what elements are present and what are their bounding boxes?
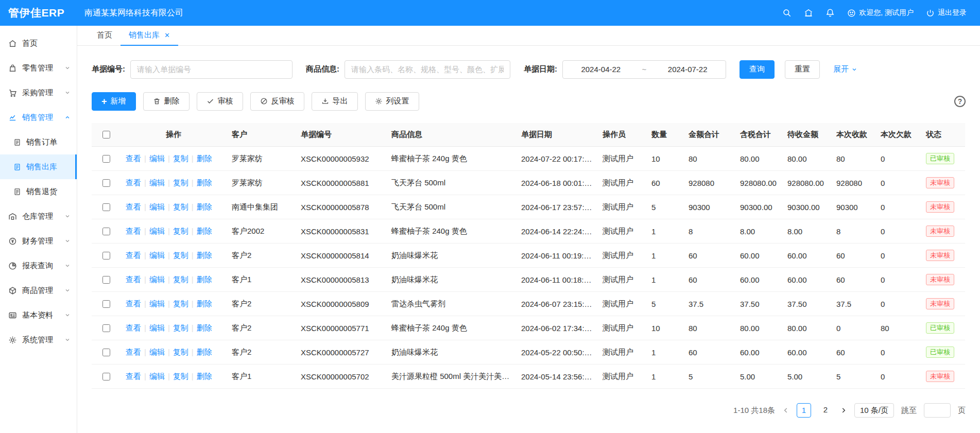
row-action-view[interactable]: 查看 [126,227,141,235]
row-action-delete[interactable]: 删除 [197,154,212,163]
row-action-delete[interactable]: 删除 [197,372,212,380]
doc-no-input[interactable] [130,60,293,79]
sidebar-item-basic-data[interactable]: 基本资料 [0,303,77,327]
row-action-view[interactable]: 查看 [126,323,141,332]
row-action-delete[interactable]: 删除 [197,275,212,284]
row-action-view[interactable]: 查看 [126,275,141,284]
row-action-delete[interactable]: 删除 [197,323,212,332]
row-action-copy[interactable]: 复制 [173,178,188,187]
row-checkbox[interactable] [102,228,110,235]
sidebar-item-retail[interactable]: 零售管理 [0,56,77,80]
delete-button[interactable]: 删除 [143,92,190,111]
sidebar-item-reports[interactable]: 报表查询 [0,253,77,278]
row-action-delete[interactable]: 删除 [197,178,212,187]
page-2-button[interactable]: 2 [818,403,833,418]
row-action-delete[interactable]: 删除 [197,202,212,211]
sidebar-item-system[interactable]: 系统管理 [0,327,77,352]
row-action-delete[interactable]: 删除 [197,227,212,235]
doc-no-label: 单据编号: [92,64,125,74]
row-action-copy[interactable]: 复制 [173,348,188,356]
row-checkbox[interactable] [102,252,110,259]
unapprove-button[interactable]: 反审核 [250,92,304,111]
row-action-edit[interactable]: 编辑 [149,299,165,308]
add-button[interactable]: + 新增 [92,92,136,111]
row-action-view[interactable]: 查看 [126,178,141,187]
row-checkbox[interactable] [102,349,110,356]
help-icon[interactable]: ? [954,96,966,107]
row-action-delete[interactable]: 删除 [197,299,212,308]
row-checkbox[interactable] [102,203,110,211]
row-action-edit[interactable]: 编辑 [149,178,165,187]
sidebar-item-sales-outbound[interactable]: 销售出库 [0,154,77,179]
cube-icon [8,286,17,295]
date-to[interactable]: 2024-07-22 [668,65,708,74]
row-action-edit[interactable]: 编辑 [149,323,165,332]
page-1-button[interactable]: 1 [797,403,811,418]
row-action-view[interactable]: 查看 [126,251,141,259]
row-actions-cell: 查看|编辑|复制|删除 [121,365,227,389]
row-checkbox[interactable] [102,300,110,308]
row-action-copy[interactable]: 复制 [173,202,188,211]
row-action-delete[interactable]: 删除 [197,251,212,259]
date-from[interactable]: 2024-04-22 [581,65,621,74]
row-action-copy[interactable]: 复制 [173,251,188,259]
row-action-edit[interactable]: 编辑 [149,227,165,235]
row-action-view[interactable]: 查看 [126,202,141,211]
row-customer: 客户2 [227,340,296,365]
building-icon[interactable] [804,8,813,18]
column-settings-button[interactable]: 列设置 [365,92,419,111]
user-menu[interactable]: 欢迎您, 测试用户 [847,8,914,18]
row-checkbox[interactable] [102,324,110,332]
row-action-edit[interactable]: 编辑 [149,251,165,259]
jump-page-input[interactable] [924,403,951,418]
row-action-copy[interactable]: 复制 [173,323,188,332]
row-action-edit[interactable]: 编辑 [149,275,165,284]
date-range-picker[interactable]: 2024-04-22 ~ 2024-07-22 [562,60,726,79]
tab-sales-outbound[interactable]: 销售出库 ✕ [121,26,178,45]
row-action-copy[interactable]: 复制 [173,227,188,235]
logout-button[interactable]: 退出登录 [926,8,967,18]
row-action-delete[interactable]: 删除 [197,348,212,356]
row-action-view[interactable]: 查看 [126,348,141,356]
row-action-view[interactable]: 查看 [126,372,141,380]
row-action-copy[interactable]: 复制 [173,372,188,380]
search-icon[interactable] [782,8,792,18]
sidebar-item-sales-return[interactable]: 销售退货 [0,179,77,204]
row-action-copy[interactable]: 复制 [173,299,188,308]
sidebar-item-goods[interactable]: 商品管理 [0,278,77,303]
tab-home[interactable]: 首页 [89,26,121,45]
row-action-view[interactable]: 查看 [126,299,141,308]
select-all-cell [92,123,121,147]
close-icon[interactable]: ✕ [164,32,170,39]
row-action-edit[interactable]: 编辑 [149,348,165,356]
row-checkbox[interactable] [102,276,110,284]
page-size-select[interactable]: 10 条/页 [854,403,894,418]
chevron-left-icon[interactable] [782,407,789,414]
row-action-copy[interactable]: 复制 [173,275,188,284]
row-action-edit[interactable]: 编辑 [149,202,165,211]
approve-button[interactable]: 审核 [197,92,243,111]
topbar-actions: 欢迎您, 测试用户 退出登录 [782,8,980,18]
row-action-edit[interactable]: 编辑 [149,372,165,380]
row-action-view[interactable]: 查看 [126,154,141,163]
row-checkbox[interactable] [102,179,110,187]
export-button[interactable]: 导出 [312,92,358,111]
sidebar-item-warehouse[interactable]: 仓库管理 [0,204,77,229]
reset-button[interactable]: 重置 [785,60,820,79]
search-button[interactable]: 查询 [740,60,775,79]
bell-icon[interactable] [826,8,835,18]
product-info-input[interactable] [345,60,510,79]
sidebar-item-sales[interactable]: 销售管理 [0,105,77,130]
sidebar-item-finance[interactable]: 财务管理 [0,229,77,253]
row-select-cell [92,340,121,365]
row-action-edit[interactable]: 编辑 [149,154,165,163]
row-action-copy[interactable]: 复制 [173,154,188,163]
sidebar-item-home[interactable]: 首页 [0,31,77,56]
row-checkbox[interactable] [102,373,110,380]
sidebar-item-sales-order[interactable]: 销售订单 [0,130,77,154]
expand-filters-link[interactable]: 展开 [833,64,857,74]
sidebar-item-purchase[interactable]: 采购管理 [0,80,77,105]
chevron-right-icon[interactable] [840,407,847,414]
row-checkbox[interactable] [102,155,110,163]
select-all-checkbox[interactable] [102,131,110,138]
